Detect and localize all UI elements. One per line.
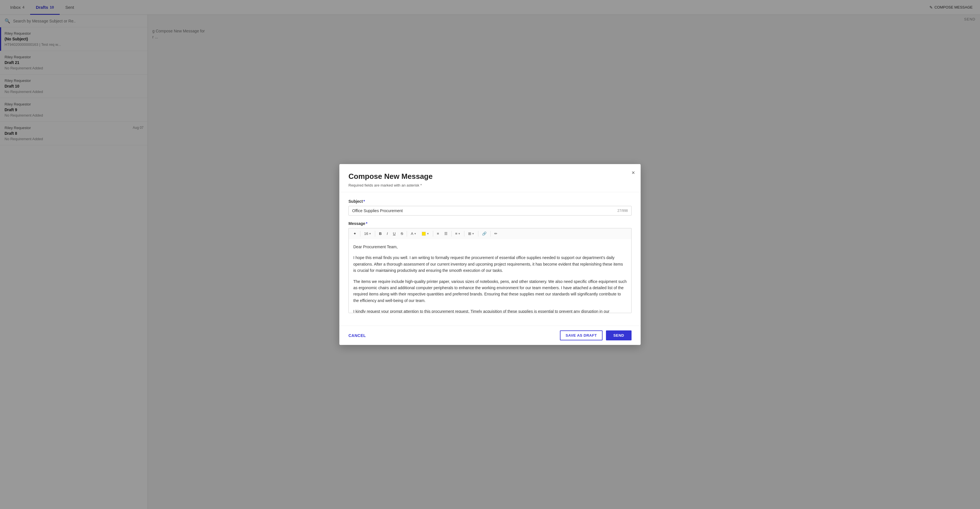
message-field-group: Message* ✦ 16 ▼ B I U S [348,221,632,313]
subject-char-count: 27/998 [617,209,628,213]
compose-modal: Compose New Message Required fields are … [339,164,641,345]
rte-orderedlist-btn[interactable]: ≡ [434,230,441,238]
rte-underline-btn[interactable]: U [391,230,398,238]
footer-right-actions: SAVE AS DRAFT SEND [560,330,632,340]
toolbar-divider-5 [451,231,452,236]
unordered-list-icon: ☰ [444,231,448,236]
rte-magic-btn[interactable]: ✦ [351,230,359,238]
magic-icon: ✦ [353,231,356,236]
modal-subtitle: Required fields are marked with an aster… [348,183,632,187]
modal-header: Compose New Message Required fields are … [339,164,641,192]
send-button[interactable]: SEND [606,330,632,340]
message-p4: I kindly request your prompt attention t… [353,308,627,313]
font-size-value: 16 [364,231,368,236]
rte-content-area[interactable]: Dear Procurement Team, I hope this email… [348,239,632,313]
fontsize-arrow: ▼ [369,232,371,236]
subject-input-wrap: 27/998 [348,206,632,215]
cancel-button[interactable]: CANCEL [348,331,366,340]
rte-eraser-btn[interactable]: ✏ [492,230,500,238]
message-p2: I hope this email finds you well. I am w… [353,254,627,274]
link-icon: 🔗 [482,231,487,236]
align-icon: ≡ [455,231,458,236]
modal-footer: CANCEL SAVE AS DRAFT SEND [339,326,641,345]
rte-italic-btn[interactable]: I [385,230,390,238]
message-p3: The items we require include high-qualit… [353,278,627,304]
rte-table-btn[interactable]: ⊞ ▼ [466,230,477,238]
toolbar-divider-6 [464,231,465,236]
modal-overlay: Compose New Message Required fields are … [0,0,980,509]
toolbar-divider-2 [375,231,375,236]
toolbar-divider-3 [407,231,407,236]
save-draft-button[interactable]: SAVE AS DRAFT [560,330,603,340]
table-arrow: ▼ [472,232,474,236]
rte-fontsize-btn[interactable]: 16 ▼ [362,230,374,238]
message-p1: Dear Procurement Team, [353,244,627,250]
rte-toolbar: ✦ 16 ▼ B I U S A ▼ [348,228,632,239]
rte-strike-btn[interactable]: S [398,230,406,238]
highlight-swatch [422,232,426,236]
fontcolor-arrow: ▼ [414,232,417,236]
rte-link-btn[interactable]: 🔗 [480,230,489,238]
message-label: Message* [348,221,632,226]
font-color-icon: A [411,231,413,236]
align-arrow: ▼ [458,232,460,236]
highlight-arrow: ▼ [426,232,429,236]
subject-field-group: Subject* 27/998 [348,199,632,215]
toolbar-divider-4 [433,231,433,236]
rte-fontcolor-btn[interactable]: A ▼ [409,230,418,238]
rte-bold-btn[interactable]: B [377,230,384,238]
table-icon: ⊞ [468,231,471,236]
ordered-list-icon: ≡ [437,231,439,236]
modal-title: Compose New Message [348,172,632,181]
subject-input[interactable] [352,208,617,213]
rte-align-btn[interactable]: ≡ ▼ [453,230,463,238]
eraser-icon: ✏ [494,231,497,236]
rte-unorderedlist-btn[interactable]: ☰ [442,230,450,238]
subject-label: Subject* [348,199,632,204]
modal-close-button[interactable]: × [632,170,635,176]
modal-body: Subject* 27/998 Message* ✦ [339,192,641,326]
rte-highlight-btn[interactable]: ▼ [419,231,431,237]
